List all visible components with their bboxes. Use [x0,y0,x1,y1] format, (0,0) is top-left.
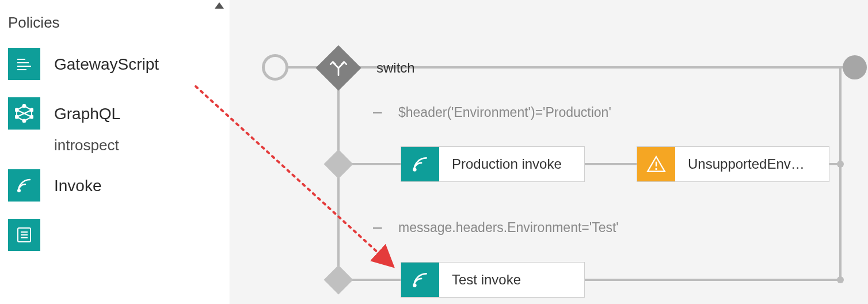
flow-start[interactable] [262,54,288,81]
svg-point-8 [23,120,26,123]
node-test-invoke[interactable]: Test invoke [401,262,585,298]
branch-diamond-1[interactable] [324,150,353,179]
switch-node[interactable] [315,45,361,90]
policy-item-partial[interactable] [8,219,222,251]
policy-item-graphql[interactable]: GraphQL [8,97,222,130]
node-label: UnsupportedEnv… [675,147,817,181]
policy-sublabel: introspect [54,136,222,154]
flow-end[interactable] [843,55,867,79]
policy-item-invoke[interactable]: Invoke [8,169,222,202]
invoke-icon [8,169,40,202]
collapse-caret-icon[interactable] [215,2,224,9]
condition-dash: – [373,218,382,236]
node-label: Test invoke [439,263,534,297]
node-production-invoke[interactable]: Production invoke [401,146,585,182]
condition-label-1[interactable]: $header('Environment')='Production' [398,105,611,120]
svg-point-13 [17,189,21,192]
graphql-icon [8,97,40,130]
policy-label: GraphQL [54,104,120,124]
policy-label: GatewayScript [54,54,159,74]
condition-dash: – [373,102,382,121]
policy-label: Invoke [54,176,102,196]
invoke-icon [401,147,439,181]
sidebar-title: Policies [8,14,222,32]
svg-point-27 [837,161,844,168]
svg-point-29 [413,168,416,171]
node-label: Production invoke [439,147,574,181]
svg-point-5 [23,105,26,108]
invoke-icon [401,263,439,297]
list-icon [8,219,40,251]
svg-point-32 [655,168,657,170]
policy-item-gatewayscript[interactable]: GatewayScript [8,48,222,80]
node-unsupported-env[interactable]: UnsupportedEnv… [637,146,829,182]
svg-point-28 [837,276,844,283]
policies-sidebar: Policies GatewayScript [0,0,230,304]
script-icon [8,48,40,80]
svg-point-33 [413,283,416,287]
switch-label: switch [376,60,415,76]
warning-icon [637,147,675,181]
condition-label-2[interactable]: message.headers.Environment='Test' [398,220,619,235]
assembly-canvas[interactable]: switch – $header('Environment')='Product… [230,0,868,304]
branch-diamond-2[interactable] [324,265,353,295]
